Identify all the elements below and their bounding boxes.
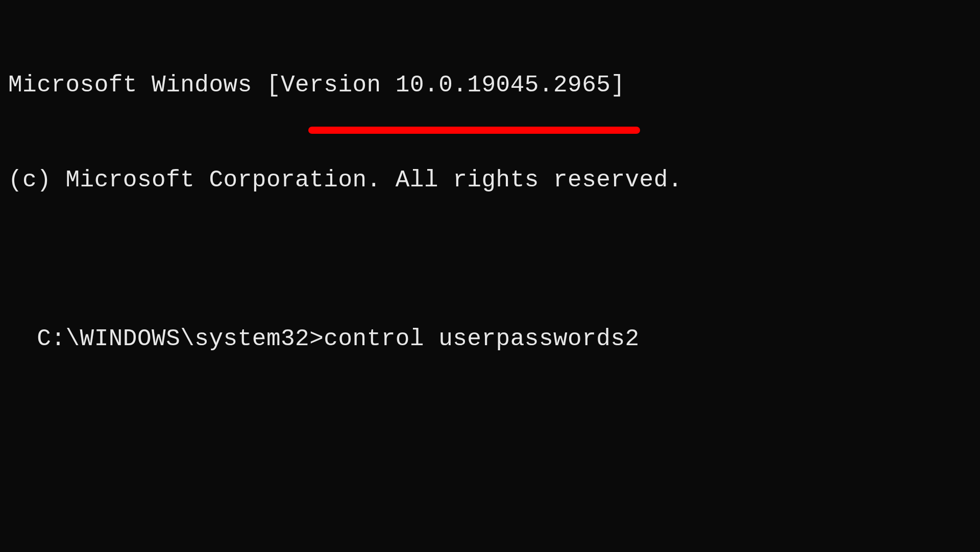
banner-copyright-line: (c) Microsoft Corporation. All rights re… [8,164,972,196]
banner-version-line: Microsoft Windows [Version 10.0.19045.29… [8,69,972,101]
command-prompt-terminal[interactable]: Microsoft Windows [Version 10.0.19045.29… [8,6,972,387]
prompt-line[interactable]: C:\WINDOWS\system32>control userpassword… [37,323,639,355]
blank-line [8,260,972,292]
command-input[interactable]: control userpasswords2 [324,326,639,352]
highlight-underline-annotation [308,127,640,134]
prompt-path: C:\WINDOWS\system32> [37,326,324,352]
